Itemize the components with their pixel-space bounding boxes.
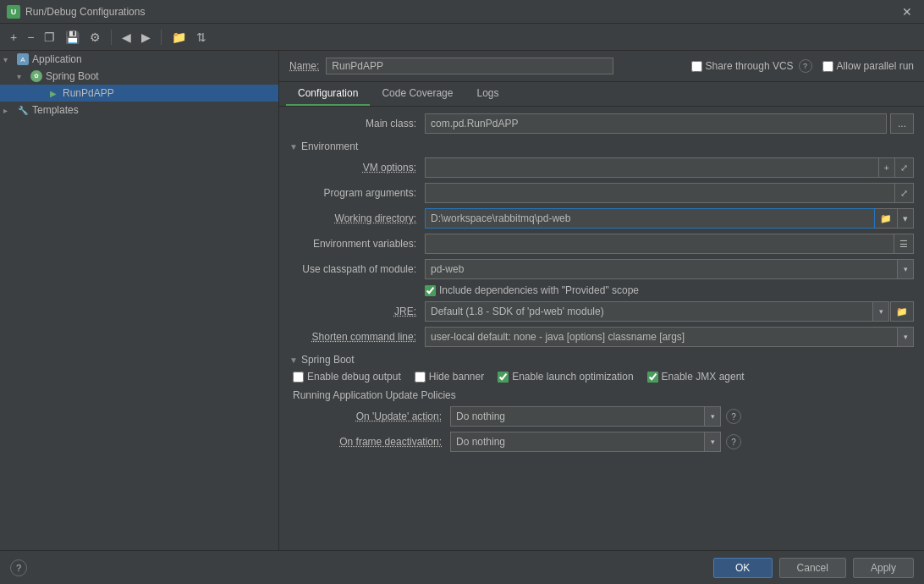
run-icon: ▶ xyxy=(47,87,59,99)
jre-row: JRE: Default (1.8 - SDK of 'pd-web' modu… xyxy=(289,301,914,322)
tabs-row: Configuration Code Coverage Logs xyxy=(279,82,924,107)
shorten-cmd-select[interactable]: user-local default: none - java [options… xyxy=(425,327,914,347)
env-vars-input[interactable] xyxy=(425,234,894,254)
name-input[interactable] xyxy=(326,58,613,74)
jre-select-wrapper: Default (1.8 - SDK of 'pd-web' module) ▾ xyxy=(425,301,889,322)
include-deps-label[interactable]: Include dependencies with "Provided" sco… xyxy=(425,284,639,296)
sidebar: ▾ A Application ▾ ✿ Spring Boot ▶ RunPdA… xyxy=(0,51,279,550)
enable-debug-label[interactable]: Enable debug output xyxy=(293,371,401,383)
sidebar-label-templates: Templates xyxy=(32,104,79,116)
vcs-help-icon[interactable]: ? xyxy=(799,59,812,73)
program-args-label: Program arguments: xyxy=(289,187,425,199)
share-vcs-label[interactable]: Share through VCS ? xyxy=(691,59,812,73)
bottom-right: OK Cancel Apply xyxy=(713,558,914,578)
vm-options-input[interactable] xyxy=(425,157,879,178)
cancel-button[interactable]: Cancel xyxy=(779,558,846,578)
program-args-input[interactable] xyxy=(425,183,895,203)
sidebar-label-runpdapp: RunPdAPP xyxy=(63,87,114,99)
update-action-select-wrapper: Do nothing ▾ xyxy=(450,406,721,427)
save-config-button[interactable]: 💾 xyxy=(62,29,83,46)
expand-arrow-application: ▾ xyxy=(3,55,14,64)
environment-collapse-arrow[interactable]: ▼ xyxy=(289,142,298,152)
toolbar-separator-1 xyxy=(111,30,112,45)
running-policies-section: Running Application Update Policies On '… xyxy=(289,389,914,452)
update-action-help-button[interactable]: ? xyxy=(726,409,741,424)
main-class-input-group: ... xyxy=(425,113,914,134)
include-deps-checkbox[interactable] xyxy=(425,285,436,296)
name-label: Name: xyxy=(289,60,319,72)
env-vars-input-group: ☰ xyxy=(425,234,914,254)
enable-debug-checkbox[interactable] xyxy=(293,372,304,383)
frame-deactivation-select[interactable]: Do nothing xyxy=(450,432,721,452)
copy-config-button[interactable]: ❐ xyxy=(41,29,58,46)
vm-options-add-button[interactable]: + xyxy=(879,157,895,178)
next-button[interactable]: ▶ xyxy=(138,29,154,46)
prev-button[interactable]: ◀ xyxy=(118,29,135,46)
main-class-input[interactable] xyxy=(425,113,887,134)
sidebar-label-spring-boot: Spring Boot xyxy=(46,70,99,82)
spring-boot-icon: ✿ xyxy=(30,70,42,82)
running-policies-title: Running Application Update Policies xyxy=(289,389,914,401)
frame-deactivation-row: On frame deactivation: Do nothing ▾ ? xyxy=(289,432,914,452)
env-vars-label: Environment variables: xyxy=(289,238,425,250)
jre-label: JRE: xyxy=(289,306,425,317)
bottom-bar: ? OK Cancel Apply xyxy=(0,550,924,584)
tab-logs[interactable]: Logs xyxy=(465,82,510,106)
jre-select[interactable]: Default (1.8 - SDK of 'pd-web' module) xyxy=(425,301,889,322)
settings-button[interactable]: ⚙ xyxy=(86,29,104,46)
update-action-row: On 'Update' action: Do nothing ▾ ? xyxy=(289,406,914,427)
allow-parallel-label[interactable]: Allow parallel run xyxy=(822,60,914,72)
update-action-select[interactable]: Do nothing xyxy=(450,406,721,427)
sidebar-item-runpdapp[interactable]: ▶ RunPdAPP xyxy=(0,85,278,102)
hide-banner-checkbox[interactable] xyxy=(415,372,426,383)
add-config-button[interactable]: + xyxy=(7,29,20,46)
program-args-expand-button[interactable]: ⤢ xyxy=(895,183,914,203)
vcs-row: Share through VCS ? Allow parallel run xyxy=(691,59,914,73)
sidebar-item-application[interactable]: ▾ A Application xyxy=(0,51,278,68)
jre-browse-button[interactable]: 📁 xyxy=(890,301,914,322)
working-dir-dropdown-button[interactable]: ▾ xyxy=(898,208,914,229)
toolbar-separator-2 xyxy=(161,30,162,45)
sidebar-item-spring-boot[interactable]: ▾ ✿ Spring Boot xyxy=(0,68,278,85)
main-class-row: Main class: ... xyxy=(289,113,914,134)
frame-deactivation-label: On frame deactivation: xyxy=(289,436,450,448)
working-dir-input[interactable] xyxy=(425,208,875,229)
ok-button[interactable]: OK xyxy=(713,558,773,578)
allow-parallel-checkbox[interactable] xyxy=(822,61,833,72)
sort-button[interactable]: ⇅ xyxy=(193,29,210,46)
spring-boot-section-header: ▼ Spring Boot xyxy=(289,354,914,366)
toolbar: + − ❐ 💾 ⚙ ◀ ▶ 📁 ⇅ xyxy=(0,24,924,51)
tab-code-coverage[interactable]: Code Coverage xyxy=(370,82,465,106)
sidebar-item-templates[interactable]: ▸ 🔧 Templates xyxy=(0,102,278,118)
working-dir-label: Working directory: xyxy=(289,212,425,224)
help-button[interactable]: ? xyxy=(10,559,27,576)
spring-boot-collapse-arrow[interactable]: ▼ xyxy=(289,355,298,365)
env-vars-browse-button[interactable]: ☰ xyxy=(894,234,914,254)
update-action-label: On 'Update' action: xyxy=(289,410,450,422)
vm-options-row: VM options: + ⤢ xyxy=(289,157,914,178)
apply-button[interactable]: Apply xyxy=(853,558,914,578)
name-row: Name: Share through VCS ? Allow parallel… xyxy=(279,51,924,82)
working-dir-browse-button[interactable]: 📁 xyxy=(875,208,898,229)
share-vcs-checkbox[interactable] xyxy=(691,61,702,72)
main-class-label: Main class: xyxy=(289,118,425,129)
enable-jmx-checkbox[interactable] xyxy=(647,372,658,383)
enable-launch-checkbox[interactable] xyxy=(498,372,509,383)
tab-configuration[interactable]: Configuration xyxy=(286,82,370,106)
include-deps-row: Include dependencies with "Provided" sco… xyxy=(289,284,914,296)
folder-button[interactable]: 📁 xyxy=(168,29,190,46)
enable-launch-label[interactable]: Enable launch optimization xyxy=(498,371,633,383)
title-bar-left: U Run/Debug Configurations xyxy=(7,5,145,19)
main-class-browse-button[interactable]: ... xyxy=(890,113,914,134)
remove-config-button[interactable]: − xyxy=(24,29,37,46)
classpath-select[interactable]: pd-web xyxy=(425,259,914,279)
spring-boot-checkboxes: Enable debug output Hide banner Enable l… xyxy=(289,371,914,383)
classpath-select-wrapper: pd-web ▾ xyxy=(425,259,914,279)
hide-banner-label[interactable]: Hide banner xyxy=(415,371,484,383)
enable-jmx-label[interactable]: Enable JMX agent xyxy=(647,371,745,383)
sidebar-label-application: Application xyxy=(32,53,82,65)
frame-deactivation-select-wrapper: Do nothing ▾ xyxy=(450,432,721,452)
frame-deactivation-help-button[interactable]: ? xyxy=(726,434,741,449)
vm-options-expand-button[interactable]: ⤢ xyxy=(895,157,914,178)
close-button[interactable]: ✕ xyxy=(897,3,917,20)
